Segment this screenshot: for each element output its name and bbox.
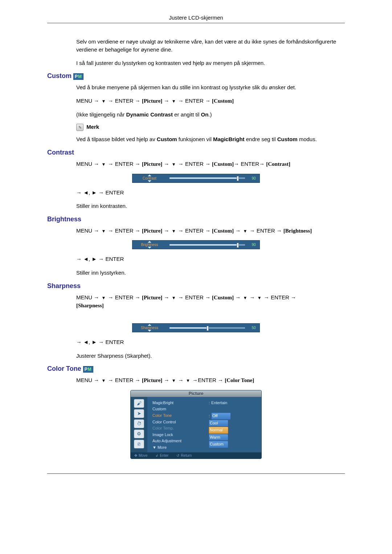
contrast-slider-fill [170,177,237,179]
contrast-nav: → ◄, ► → ENTER [76,189,345,197]
contrast-slider-thumb [237,176,239,181]
move-icon: ✥ [134,454,137,457]
brightness-slider-fill [170,244,237,246]
osd-left-item: Color Control [152,419,201,426]
note-block: ✎ Merk [76,124,345,131]
custom-not-available: (Ikke tilgjengelig når Dynamic Contrast … [76,111,345,119]
sharpness-menu-sequence: MENU → ▼ → ENTER → [Picture] → ▼ → ENTER… [76,294,345,318]
colortone-osd-menu: Picture 🖌 ➤ ⏱ ⚙ ⎚ MagicBright Custom Col… [130,390,262,459]
sharpness-slider-fill [170,327,207,329]
page-header: Justere LCD-skjermen [47,15,345,23]
contrast-menu-sequence: MENU → ▼ → ENTER → [Picture] → ▼ → ENTER… [76,160,345,168]
custom-desc: Ved å bruke menyene på skjermen kan du s… [76,83,345,91]
colortone-menu-sequence: MENU → ▼ → ENTER → [Picture] → ▼ → ▼ →EN… [76,376,345,385]
sharpness-slider-thumb [207,326,209,331]
brightness-slider-label: Brightness [141,243,158,247]
contrast-slider-value: 90 [248,174,260,182]
down-arrow-icon [148,330,151,332]
osd-footer: ✥Move ↲Enter ↺Return [131,452,261,459]
note-label: Merk [86,124,99,130]
sharpness-nav: → ◄, ► → ENTER [76,338,345,346]
pm-badge-icon: PM [83,366,93,373]
up-arrow-icon [148,175,151,176]
custom-note-text: Ved å tilpasse bildet ved hjelp av Custo… [76,135,345,143]
osd-option: Off [211,413,231,420]
timer-icon: ⏱ [134,419,144,428]
intro-paragraph-2: I så fall justerer du lysstyrken og kont… [76,59,345,67]
pm-badge-icon: PM [73,73,83,80]
osd-left-item: Auto Adjustment [152,438,201,444]
source-icon: ➤ [134,409,144,418]
down-arrow-icon [148,180,151,182]
osd-left-item-active: Color Tone [152,413,201,419]
osd-option: Warm [209,434,228,441]
sharpness-slider-value: 50 [248,324,260,332]
osd-option: Cool [209,420,228,427]
custom-heading-label: Custom [47,72,72,79]
sharpness-heading: Sharpness [47,282,345,290]
color-tone-heading-label: Color Tone [47,365,81,372]
contrast-osd-slider: Contrast 90 [132,174,260,183]
settings-icon: ⚙ [134,430,144,438]
return-icon: ↺ [176,454,179,457]
osd-left-item-disabled: Color Temp. [152,425,201,432]
intro-paragraph-1: Selv om verdiene er nøye utvalgt av tekn… [76,38,345,54]
input-icon: ⎚ [134,440,144,448]
osd-option: Custom [209,441,228,448]
osd-left-more: ▼ More [152,444,201,451]
osd-right-column: :Entertain :Off Cool Normal Warm Custom [209,400,258,451]
osd-left-item: MagicBright [152,400,201,406]
up-arrow-icon [148,241,151,243]
brightness-slider-thumb [237,243,239,248]
enter-icon: ↲ [155,454,158,457]
down-arrow-icon [148,247,151,249]
osd-menu-title: Picture [131,390,261,397]
note-icon: ✎ [76,124,83,131]
brightness-slider-value: 90 [248,241,260,249]
picture-icon: 🖌 [134,399,144,408]
osd-icon-column: 🖌 ➤ ⏱ ⚙ ⎚ [131,397,147,452]
contrast-heading: Contrast [47,149,345,156]
custom-menu-sequence: MENU → ▼ → ENTER → [Picture] → ▼ → ENTER… [76,97,345,105]
brightness-menu-sequence: MENU → ▼ → ENTER → [Picture] → ▼ → ENTER… [76,227,345,235]
brightness-osd-slider: Brightness 90 [132,240,260,249]
color-tone-heading: Color Tone PM [47,365,345,373]
page-footer-line [47,473,345,474]
osd-left-item: Image Lock [152,432,201,438]
brightness-nav: → ◄, ► → ENTER [76,255,345,263]
custom-heading: Custom PM [47,72,345,80]
sharpness-osd-slider: Sharpness 50 [132,323,260,332]
contrast-slider-label: Contrast [143,176,156,180]
osd-left-column: MagicBright Custom Color Tone Color Cont… [152,400,201,451]
up-arrow-icon [148,324,151,326]
sharpness-desc: Justerer Sharpness (Skarphet). [76,352,345,360]
contrast-desc: Stiller inn kontrasten. [76,202,345,210]
sharpness-slider-label: Sharpness [141,326,158,330]
osd-option-selected: Normal [209,427,228,434]
osd-left-item: Custom [152,406,201,413]
brightness-heading: Brightness [47,216,345,223]
osd-right-label: Entertain [211,401,227,405]
brightness-desc: Stiller inn lysstyrken. [76,269,345,277]
